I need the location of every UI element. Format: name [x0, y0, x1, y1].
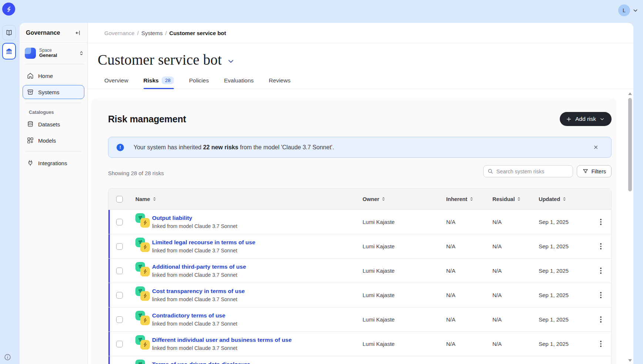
risks-table: Name Owner Inherent Residual Updated — [108, 188, 612, 364]
table-row: Different individual user and business t… — [108, 331, 611, 356]
risk-type-icon — [135, 335, 150, 353]
residual-cell: N/A — [492, 292, 539, 298]
residual-cell: N/A — [492, 243, 539, 249]
risk-type-icon — [135, 213, 150, 231]
vertical-scrollbar[interactable] — [627, 91, 633, 364]
chevron-down-icon — [632, 7, 639, 14]
updown-chevrons-icon — [78, 50, 84, 56]
space-label: Space — [39, 48, 75, 53]
table-row: Limited legal recourse in terms of use l… — [108, 234, 611, 258]
space-selector[interactable]: Space General — [25, 48, 84, 59]
breadcrumb-governance[interactable]: Governance — [104, 30, 135, 36]
lightning-icon — [140, 218, 150, 228]
row-actions-menu-button[interactable] — [598, 339, 604, 349]
help-info-button[interactable] — [4, 353, 11, 361]
risk-name-link[interactable]: Cost transparency in terms of use — [152, 288, 245, 295]
section-title: Risk management — [108, 114, 186, 125]
updated-cell: Sep 1, 2025 — [539, 292, 590, 298]
risk-management-card: Risk management Add risk ! Your system h… — [91, 98, 616, 364]
tab-risks[interactable]: Risks 28 — [144, 73, 174, 89]
rail-docs-button[interactable] — [2, 25, 16, 40]
risk-linked-from: linked from model Claude 3.7 Sonnet — [152, 296, 245, 302]
owner-cell: Lumi Kajaste — [363, 316, 446, 323]
column-header-owner[interactable]: Owner — [363, 196, 386, 202]
scrollbar-thumb[interactable] — [628, 98, 632, 191]
row-checkbox[interactable] — [116, 292, 123, 299]
residual-cell: N/A — [492, 341, 539, 347]
risk-name-link[interactable]: Additional third-party terms of use — [152, 263, 246, 270]
table-row: Contradictory terms of use linked from m… — [108, 307, 611, 331]
table-row: Cost transparency in terms of use linked… — [108, 283, 611, 307]
sidebar-item-models[interactable]: Models — [23, 133, 84, 147]
column-header-name[interactable]: Name — [135, 196, 157, 202]
select-all-checkbox[interactable] — [116, 196, 123, 203]
inherent-cell: N/A — [446, 341, 492, 347]
sidebar-item-datasets[interactable]: Datasets — [23, 117, 84, 131]
close-icon — [593, 144, 599, 150]
home-icon — [27, 72, 34, 79]
column-header-updated[interactable]: Updated — [539, 196, 567, 202]
table-row: Output liability linked from model Claud… — [108, 210, 611, 234]
risk-name-link[interactable]: Output liability — [152, 215, 237, 221]
sidebar-item-integrations[interactable]: Integrations — [23, 156, 84, 170]
sidebar-item-label: Integrations — [38, 160, 67, 166]
breadcrumb-systems[interactable]: Systems — [141, 30, 163, 36]
tab-policies[interactable]: Policies — [189, 73, 209, 89]
tab-reviews[interactable]: Reviews — [269, 73, 291, 89]
sort-icon — [562, 197, 567, 201]
main-panel: Governance / Systems / Customer service … — [88, 23, 633, 364]
risks-count-badge: 28 — [162, 76, 174, 84]
user-menu-button[interactable] — [632, 7, 639, 14]
table-row: Additional third-party terms of use link… — [108, 258, 611, 283]
risk-name-link[interactable]: Different individual user and business t… — [152, 337, 292, 343]
lightning-icon — [140, 316, 150, 325]
risk-linked-from: linked from model Claude 3.7 Sonnet — [152, 272, 246, 278]
sidebar-item-systems[interactable]: Systems — [23, 85, 84, 99]
row-actions-menu-button[interactable] — [598, 217, 604, 227]
tab-overview[interactable]: Overview — [104, 73, 128, 89]
add-risk-button[interactable]: Add risk — [560, 112, 612, 126]
row-checkbox[interactable] — [116, 219, 123, 225]
space-name: General — [39, 53, 75, 58]
row-checkbox[interactable] — [116, 243, 123, 250]
title-menu-button[interactable] — [227, 57, 235, 65]
row-checkbox[interactable] — [116, 268, 123, 274]
updated-cell: Sep 1, 2025 — [539, 341, 590, 347]
plug-icon — [27, 159, 34, 167]
owner-cell: Lumi Kajaste — [363, 219, 446, 225]
risk-linked-from: linked from model Claude 3.7 Sonnet — [152, 345, 292, 351]
scroll-up-arrow[interactable] — [628, 92, 632, 95]
funnel-icon — [582, 168, 589, 174]
owner-cell: Lumi Kajaste — [363, 341, 446, 347]
chevron-down-icon — [227, 57, 235, 65]
banner-close-button[interactable] — [589, 142, 603, 152]
residual-cell: N/A — [492, 219, 539, 225]
row-checkbox[interactable] — [116, 341, 123, 347]
row-checkbox[interactable] — [116, 316, 123, 323]
inherent-cell: N/A — [446, 243, 492, 249]
row-actions-menu-button[interactable] — [598, 290, 604, 300]
rail-governance-button[interactable] — [2, 43, 16, 59]
inherent-cell: N/A — [446, 316, 492, 323]
updated-cell: Sep 1, 2025 — [539, 268, 590, 274]
column-header-residual[interactable]: Residual — [492, 196, 521, 202]
app-logo[interactable] — [2, 3, 15, 16]
user-avatar[interactable]: L — [618, 4, 630, 16]
risk-name-link[interactable]: Contradictory terms of use — [152, 312, 237, 319]
filters-button[interactable]: Filters — [577, 165, 612, 177]
bolt-logo-icon — [5, 6, 13, 13]
updated-cell: Sep 1, 2025 — [539, 243, 590, 249]
row-actions-menu-button[interactable] — [598, 241, 604, 252]
sidebar-item-home[interactable]: Home — [23, 69, 84, 83]
scroll-down-arrow[interactable] — [628, 359, 632, 362]
sidebar-collapse-button[interactable] — [75, 30, 81, 36]
book-icon — [5, 29, 13, 37]
tab-evaluations[interactable]: Evaluations — [224, 73, 253, 89]
column-header-inherent[interactable]: Inherent — [446, 196, 474, 202]
risk-name-link[interactable]: Terms of use-driven data disclosure — [152, 361, 250, 364]
search-input[interactable] — [496, 169, 569, 174]
inherited-risks-banner: ! Your system has inherited 22 new risks… — [108, 137, 612, 158]
row-actions-menu-button[interactable] — [598, 314, 604, 325]
row-actions-menu-button[interactable] — [598, 265, 604, 276]
risk-name-link[interactable]: Limited legal recourse in terms of use — [152, 239, 255, 246]
